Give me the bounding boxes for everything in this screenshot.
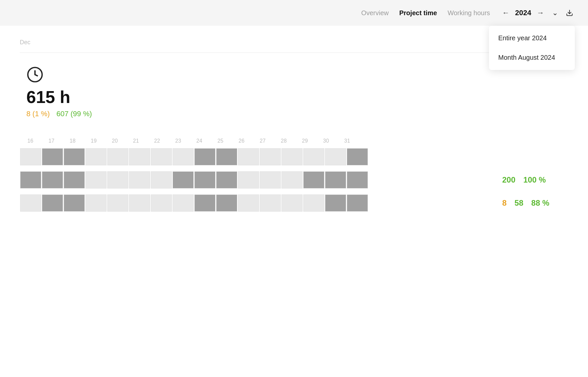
day-numbers: 16171819202122232425262728293031 xyxy=(20,138,568,144)
download-button[interactable] xyxy=(564,8,575,18)
dropdown-toggle-button[interactable]: ⌄ xyxy=(550,8,560,18)
header: Overview Project time Working hours ← 20… xyxy=(0,0,588,26)
cal-cell-r0-c4 xyxy=(107,148,128,165)
day-num-24: 24 xyxy=(189,138,210,144)
cal-cell-r1-c6 xyxy=(151,171,172,188)
cal-cell-r1-c8 xyxy=(194,171,215,188)
cal-cell-r1-c12 xyxy=(281,171,303,188)
day-num-28: 28 xyxy=(273,138,294,144)
cal-cell-r1-c5 xyxy=(129,171,150,188)
dropdown-item-month-august[interactable]: Month August 2024 xyxy=(489,48,575,67)
cal-cell-r0-c6 xyxy=(151,148,172,165)
cal-cell-r1-c14 xyxy=(325,171,346,188)
cal-cell-r2-c6 xyxy=(151,194,172,212)
hours-breakdown: 8 (1 %) 607 (99 %) xyxy=(26,110,568,118)
nav-tabs: Overview Project time Working hours xyxy=(361,9,490,17)
day-num-16: 16 xyxy=(20,138,41,144)
row-stat-green-1: 200 xyxy=(502,175,515,185)
day-num-27: 27 xyxy=(252,138,273,144)
calendar-row-2: 85888 % xyxy=(20,194,568,212)
day-num-30: 30 xyxy=(315,138,337,144)
row-stat-pct-2: 88 % xyxy=(531,198,549,208)
calendar-section: 16171819202122232425262728293031 200100 … xyxy=(20,138,568,212)
tab-project-time[interactable]: Project time xyxy=(399,9,437,17)
cal-cell-r1-c7 xyxy=(173,171,194,188)
day-num-31: 31 xyxy=(337,138,358,144)
prev-year-button[interactable]: ← xyxy=(501,8,511,18)
cal-cell-r1-c9 xyxy=(216,171,237,188)
cal-cell-r0-c9 xyxy=(216,148,237,165)
row-stat-orange-2: 8 xyxy=(502,198,506,208)
day-num-25: 25 xyxy=(210,138,231,144)
cal-cell-r2-c7 xyxy=(173,194,194,212)
row-stat-pct-1: 100 % xyxy=(523,175,546,185)
next-year-button[interactable]: → xyxy=(535,8,546,18)
day-num-26: 26 xyxy=(231,138,252,144)
cal-cell-r0-c7 xyxy=(173,148,194,165)
cal-cell-r0-c8 xyxy=(194,148,215,165)
dropdown-item-entire-year[interactable]: Entire year 2024 xyxy=(489,28,575,48)
day-num-21: 21 xyxy=(125,138,147,144)
calendar-row-0 xyxy=(20,148,568,166)
day-num-29: 29 xyxy=(294,138,315,144)
cal-cell-r2-c9 xyxy=(216,194,237,212)
cal-cell-r0-c2 xyxy=(64,148,85,165)
calendar-rows: 200100 %85888 % xyxy=(20,148,568,212)
cal-cell-r1-c13 xyxy=(303,171,324,188)
tab-overview[interactable]: Overview xyxy=(361,9,389,17)
row-cells-0 xyxy=(20,148,568,166)
stats-section: 615 h 8 (1 %) 607 (99 %) xyxy=(20,66,568,118)
row-stats-1: 200100 % xyxy=(502,175,568,185)
hours-green: 607 (99 %) xyxy=(56,110,92,118)
day-num-18: 18 xyxy=(62,138,83,144)
cal-cell-r1-c0 xyxy=(20,171,41,188)
main-content: Dec 615 h 8 (1 %) 607 (99 %) 16171819202… xyxy=(0,26,588,377)
dropdown-menu: Entire year 2024 Month August 2024 xyxy=(489,26,575,70)
cal-cell-r2-c14 xyxy=(325,194,346,212)
cal-cell-r2-c10 xyxy=(238,194,259,212)
cal-cell-r0-c1 xyxy=(42,148,63,165)
row-cells-1 xyxy=(20,171,492,189)
cal-cell-r0-c3 xyxy=(85,148,107,165)
cal-cell-r2-c4 xyxy=(107,194,128,212)
day-num-22: 22 xyxy=(147,138,168,144)
cal-cell-r1-c15 xyxy=(347,171,368,188)
cal-cell-r1-c2 xyxy=(64,171,85,188)
day-num-19: 19 xyxy=(83,138,104,144)
divider xyxy=(20,52,568,53)
cal-cell-r1-c11 xyxy=(260,171,281,188)
cal-cell-r2-c12 xyxy=(281,194,303,212)
cal-cell-r2-c15 xyxy=(347,194,368,212)
year-nav: ← 2024 → ⌄ xyxy=(501,8,575,18)
cal-cell-r1-c10 xyxy=(238,171,259,188)
cal-cell-r1-c4 xyxy=(107,171,128,188)
row-stats-2: 85888 % xyxy=(502,198,568,208)
cal-cell-r2-c11 xyxy=(260,194,281,212)
cal-cell-r0-c15 xyxy=(347,148,368,165)
cal-cell-r2-c3 xyxy=(85,194,107,212)
cal-cell-r0-c12 xyxy=(281,148,303,165)
day-num-17: 17 xyxy=(41,138,62,144)
cal-cell-r1-c3 xyxy=(85,171,107,188)
row-cells-2 xyxy=(20,194,492,212)
cal-cell-r2-c8 xyxy=(194,194,215,212)
row-stat-green-2: 58 xyxy=(514,198,523,208)
cal-cell-r0-c14 xyxy=(325,148,346,165)
day-num-20: 20 xyxy=(104,138,125,144)
cal-cell-r2-c1 xyxy=(42,194,63,212)
year-label: 2024 xyxy=(515,9,531,17)
cal-cell-r0-c5 xyxy=(129,148,150,165)
hours-orange: 8 (1 %) xyxy=(26,110,50,118)
cal-cell-r1-c1 xyxy=(42,171,63,188)
cal-cell-r0-c10 xyxy=(238,148,259,165)
month-label: Dec xyxy=(20,39,568,46)
tab-working-hours[interactable]: Working hours xyxy=(447,9,490,17)
cal-cell-r0-c11 xyxy=(260,148,281,165)
clock-icon xyxy=(26,66,44,83)
day-num-23: 23 xyxy=(168,138,189,144)
cal-cell-r2-c13 xyxy=(303,194,324,212)
cal-cell-r0-c13 xyxy=(303,148,324,165)
cal-cell-r0-c0 xyxy=(20,148,41,165)
total-hours: 615 h xyxy=(26,88,568,106)
cal-cell-r2-c2 xyxy=(64,194,85,212)
